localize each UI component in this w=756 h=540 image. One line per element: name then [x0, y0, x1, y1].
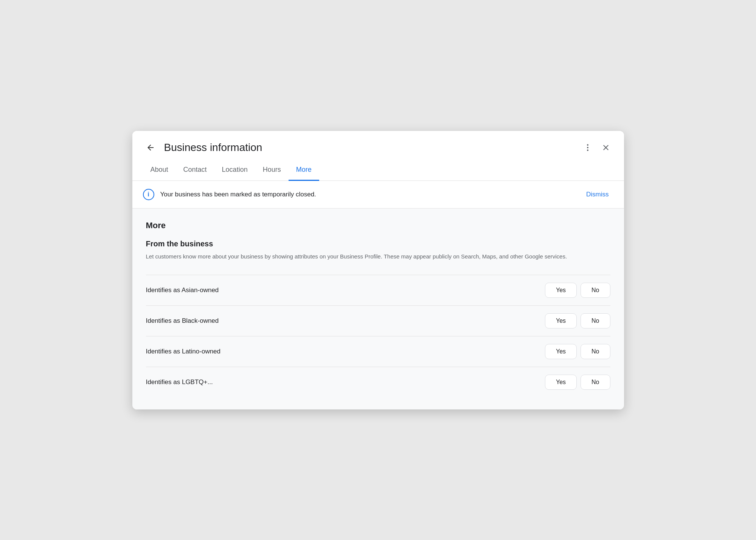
- svg-point-1: [587, 147, 588, 148]
- info-icon: i: [143, 189, 154, 200]
- section-title-main: More: [146, 221, 610, 230]
- tab-hours[interactable]: Hours: [255, 160, 289, 181]
- black-no-button[interactable]: No: [581, 313, 610, 328]
- modal-backdrop: Business information About: [132, 131, 624, 409]
- business-info-modal: Business information About: [132, 131, 624, 409]
- btn-group-lgbtq: Yes No: [545, 375, 610, 390]
- modal-title: Business information: [164, 142, 580, 154]
- lgbtq-yes-button[interactable]: Yes: [545, 375, 577, 390]
- attribute-row-lgbtq: Identifies as LGBTQ+... Yes No: [146, 367, 610, 397]
- attribute-label-black: Identifies as Black-owned: [146, 317, 545, 325]
- dismiss-button[interactable]: Dismiss: [582, 188, 613, 201]
- btn-group-latino: Yes No: [545, 344, 610, 359]
- btn-group-asian: Yes No: [545, 283, 610, 298]
- subsection-title: From the business: [146, 240, 610, 248]
- attribute-row-latino: Identifies as Latino-owned Yes No: [146, 336, 610, 367]
- subsection-desc: Let customers know more about your busin…: [146, 252, 610, 261]
- header-actions: [580, 140, 613, 155]
- attribute-row-asian: Identifies as Asian-owned Yes No: [146, 275, 610, 305]
- attribute-label-asian: Identifies as Asian-owned: [146, 286, 545, 294]
- banner-text: Your business has been marked as tempora…: [160, 191, 582, 198]
- latino-yes-button[interactable]: Yes: [545, 344, 577, 359]
- tab-bar: About Contact Location Hours More: [132, 160, 624, 181]
- asian-yes-button[interactable]: Yes: [545, 283, 577, 298]
- btn-group-black: Yes No: [545, 313, 610, 328]
- tab-location[interactable]: Location: [214, 160, 255, 181]
- modal-header: Business information: [132, 131, 624, 155]
- lgbtq-no-button[interactable]: No: [581, 375, 610, 390]
- attribute-label-latino: Identifies as Latino-owned: [146, 348, 545, 355]
- close-button[interactable]: [598, 140, 613, 155]
- modal-content: More From the business Let customers kno…: [132, 209, 624, 409]
- info-banner: i Your business has been marked as tempo…: [132, 181, 624, 209]
- attribute-label-lgbtq: Identifies as LGBTQ+...: [146, 378, 545, 386]
- tab-more[interactable]: More: [289, 160, 319, 181]
- latino-no-button[interactable]: No: [581, 344, 610, 359]
- asian-no-button[interactable]: No: [581, 283, 610, 298]
- svg-point-2: [587, 149, 588, 151]
- attribute-row-black: Identifies as Black-owned Yes No: [146, 305, 610, 336]
- black-yes-button[interactable]: Yes: [545, 313, 577, 328]
- more-menu-button[interactable]: [580, 140, 595, 155]
- tab-about[interactable]: About: [143, 160, 176, 181]
- tab-contact[interactable]: Contact: [176, 160, 214, 181]
- svg-point-0: [587, 144, 588, 146]
- back-button[interactable]: [143, 140, 158, 155]
